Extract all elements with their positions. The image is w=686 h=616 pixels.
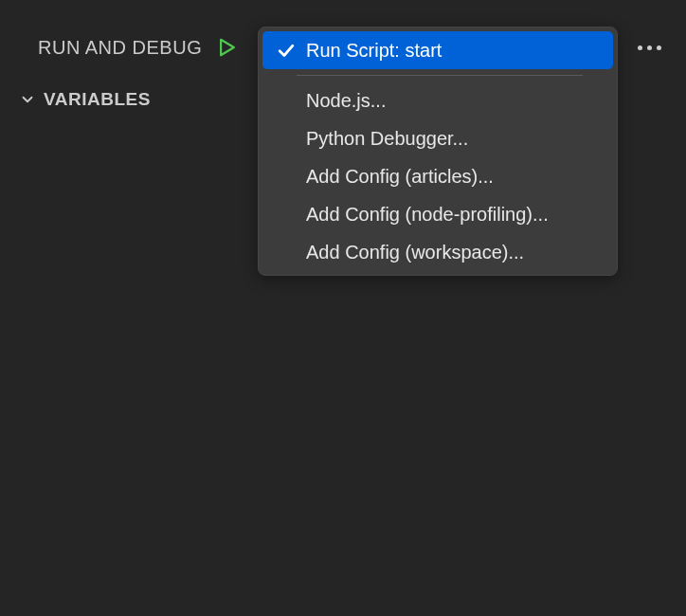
dropdown-item-python-debugger[interactable]: Python Debugger... (262, 119, 613, 157)
dropdown-item-selected[interactable]: Run Script: start (262, 31, 613, 69)
chevron-down-icon (19, 91, 36, 108)
debug-config-dropdown: Run Script: start Node.js... Python Debu… (258, 27, 618, 276)
panel-title: RUN AND DEBUG (38, 37, 202, 59)
dropdown-item-nodejs[interactable]: Node.js... (262, 82, 613, 119)
dropdown-separator (297, 75, 583, 76)
dropdown-item-label: Add Config (node-profiling)... (306, 204, 549, 226)
start-debug-button[interactable] (213, 33, 242, 62)
dropdown-item-add-config-node-profiling[interactable]: Add Config (node-profiling)... (262, 195, 613, 233)
check-icon (276, 40, 297, 61)
dot-icon (638, 45, 642, 50)
section-title: VARIABLES (44, 89, 151, 110)
dropdown-item-label: Node.js... (306, 90, 386, 112)
dot-icon (647, 45, 652, 50)
dropdown-item-label: Add Config (workspace)... (306, 242, 524, 263)
dot-icon (657, 45, 661, 50)
dropdown-item-add-config-articles[interactable]: Add Config (articles)... (262, 157, 613, 195)
dropdown-item-label: Add Config (articles)... (306, 166, 494, 188)
play-icon (217, 37, 238, 58)
more-actions-button[interactable] (632, 40, 667, 56)
dropdown-item-label: Python Debugger... (306, 128, 468, 150)
dropdown-item-label: Run Script: start (306, 40, 442, 62)
dropdown-item-add-config-workspace[interactable]: Add Config (workspace)... (262, 233, 613, 271)
